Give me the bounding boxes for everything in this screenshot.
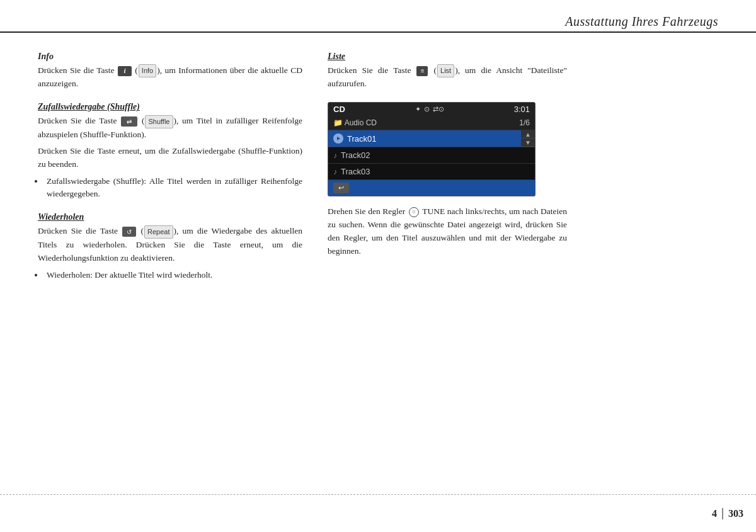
music-icon-2: ♪	[333, 151, 337, 160]
cd-screen-time: 3:01	[514, 105, 530, 114]
list-button-label: List	[437, 64, 454, 77]
cd-back-row: ↩	[328, 180, 535, 196]
arrows-icon: ⇄⊙	[433, 105, 444, 113]
liste-section-text1: Drücken Sie die Taste ≡ (List), um die A…	[328, 64, 567, 91]
scroll-down-arrow: ▼	[521, 139, 535, 147]
page-number: 4 303	[712, 508, 743, 519]
shuffle-bullet-item: Zufallswiedergabe (Shuffle): Alle Titel …	[44, 175, 302, 201]
scroll-up-arrow: ▲	[521, 130, 535, 139]
cd-screen-icons: ✦ ⊙ ⇄⊙	[415, 105, 444, 113]
shuffle-section-title: Zufallswiedergabe (Shuffle)	[38, 102, 302, 112]
repeat-section: Wiederholen Drücken Sie die Taste ↺ (Rep…	[38, 212, 302, 281]
track-row-3: ♪ Track03	[328, 164, 535, 180]
back-button[interactable]: ↩	[333, 183, 349, 193]
play-icon-1	[333, 133, 343, 144]
page-num: 303	[728, 508, 743, 519]
shuffle-button-label: Shuffle	[145, 115, 173, 128]
liste-section-text2: Drehen Sie den Regler ○ TUNE nach links/…	[328, 205, 567, 258]
music-icon-3: ♪	[333, 167, 337, 176]
info-section-text: Drücken Sie die Taste i (Info), um Infor…	[38, 64, 302, 91]
scroll-arrows: ▲ ▼	[521, 130, 535, 147]
main-content: Info Drücken Sie die Taste i (Info), um …	[0, 33, 756, 494]
folder-name: Audio CD	[345, 118, 377, 127]
repeat-bullet-list: Wiederholen: Der aktuelle Titel wird wie…	[38, 269, 302, 282]
page-chapter: 4	[712, 508, 723, 519]
shuffle-section-text1: Drücken Sie die Taste ⇄ (Shuffle), um Ti…	[38, 115, 302, 141]
repeat-button-icon: ↺	[122, 227, 136, 237]
info-section-title: Info	[38, 52, 302, 62]
cd-track-list: Track01 ▲ ▼ ♪ Track02 ♪ Track03	[328, 130, 535, 196]
track-row-2: ♪ Track02	[328, 147, 535, 164]
cd-screen: CD ✦ ⊙ ⇄⊙ 3:01 📁 Audio CD 1/6	[328, 102, 536, 196]
page-footer: 4 303	[0, 494, 756, 532]
right-column: Liste Drücken Sie die Taste ≡ (List), um…	[328, 52, 567, 482]
track-name-1: Track01	[347, 134, 376, 144]
liste-section-title: Liste	[328, 52, 567, 62]
liste-section: Liste Drücken Sie die Taste ≡ (List), um…	[328, 52, 567, 91]
repeat-bullet-item: Wiederholen: Der aktuelle Titel wird wie…	[44, 269, 302, 282]
left-column: Info Drücken Sie die Taste i (Info), um …	[38, 52, 302, 482]
info-section: Info Drücken Sie die Taste i (Info), um …	[38, 52, 302, 91]
svg-marker-0	[337, 137, 340, 140]
repeat-section-text1: Drücken Sie die Taste ↺ (Repeat), um die…	[38, 225, 302, 264]
repeat-button-label: Repeat	[144, 225, 173, 239]
list-button-icon: ≡	[416, 66, 428, 76]
track-row-1: Track01 ▲ ▼	[328, 130, 535, 147]
cd-screen-header: CD ✦ ⊙ ⇄⊙ 3:01	[328, 103, 535, 116]
folder-icon: 📁 Audio CD	[333, 118, 377, 127]
cd-screen-label: CD	[333, 105, 345, 114]
cd-folder-row: 📁 Audio CD 1/6	[328, 116, 535, 130]
page-header: Ausstattung Ihres Fahrzeugs	[0, 0, 756, 33]
track-name-3: Track03	[341, 167, 370, 176]
tune-icon: ○	[409, 207, 419, 217]
info-button-icon: i	[118, 66, 132, 76]
info-button-label: Info	[139, 64, 156, 77]
settings-icon: ⊙	[424, 105, 430, 113]
shuffle-bullet-list: Zufallswiedergabe (Shuffle): Alle Titel …	[38, 175, 302, 201]
track-name-2: Track02	[341, 150, 370, 160]
shuffle-section: Zufallswiedergabe (Shuffle) Drücken Sie …	[38, 102, 302, 201]
folder-page: 1/6	[519, 118, 530, 127]
shuffle-section-text2: Drücken Sie die Taste erneut, um die Zuf…	[38, 145, 302, 171]
page-title: Ausstattung Ihres Fahrzeugs	[565, 14, 718, 29]
bluetooth-icon: ✦	[415, 105, 421, 113]
shuffle-button-icon: ⇄	[121, 116, 137, 127]
repeat-section-title: Wiederholen	[38, 212, 302, 222]
